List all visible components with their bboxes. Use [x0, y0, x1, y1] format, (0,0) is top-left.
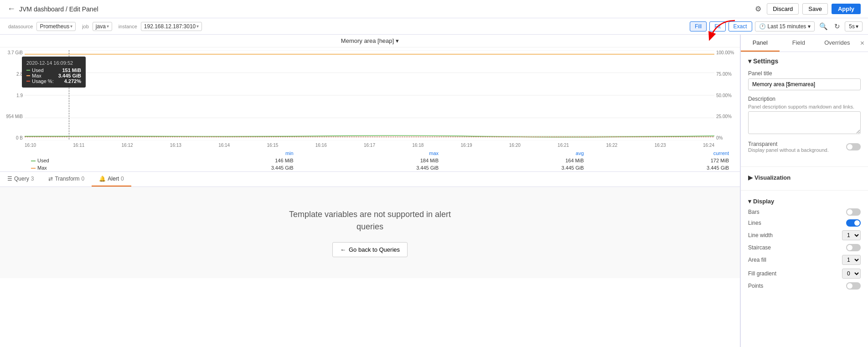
header: ← JVM dashboard / Edit Panel ⚙ Discard S…: [0, 0, 868, 18]
line-width-row: Line width 123: [748, 230, 861, 240]
fill-gradient-label: Fill gradient: [748, 270, 776, 277]
area-fill-row: Area fill 12: [748, 255, 861, 265]
instance-selector[interactable]: 192.168.12.187:3010 ▾: [141, 22, 202, 31]
settings-section: ▾ Settings Panel title Description Panel…: [741, 52, 868, 163]
tab-overrides[interactable]: Overrides: [818, 35, 857, 52]
datasource-filter: datasource Prometheus ▾: [5, 22, 76, 31]
tab-bar: ☰ Query 3 ⇄ Transform 0 🔔 Alert 0: [0, 172, 740, 187]
transparent-toggle-row: Transparent Display panel without a back…: [748, 141, 861, 153]
chevron-down-icon: ▾: [748, 57, 751, 65]
panel-close-button[interactable]: ×: [857, 35, 868, 52]
chart-header: Memory area [heap] ▾: [0, 35, 740, 47]
chart-title[interactable]: Memory area [heap] ▾: [341, 37, 399, 44]
points-toggle[interactable]: [846, 282, 861, 290]
chart-svg: [25, 50, 714, 140]
lines-toggle[interactable]: [846, 219, 861, 227]
staircase-row: Staircase: [748, 244, 861, 251]
java-selector[interactable]: java ▾: [93, 22, 112, 31]
staircase-toggle[interactable]: [846, 244, 861, 251]
tab-transform[interactable]: ⇄ Transform 0: [41, 172, 92, 186]
fill-gradient-select[interactable]: 01: [842, 269, 861, 279]
chevron-down-icon: ▾: [196, 24, 199, 29]
instance-label: instance: [116, 23, 140, 30]
main-layout: Memory area [heap] ▾ 3.7 GiB 2.8 1.9 954…: [0, 35, 868, 347]
x-axis: 16:1016:1116:1216:1316:14 16:1516:1616:1…: [25, 143, 714, 148]
visualization-section: ▶ Visualization: [741, 171, 868, 186]
bars-row: Bars: [748, 208, 861, 216]
arrow-left-icon: ←: [340, 246, 346, 253]
alert-tab-content: Template variables are not supported in …: [0, 187, 740, 278]
zoom-out-button[interactable]: 🔍: [817, 21, 830, 31]
save-button[interactable]: Save: [802, 3, 828, 15]
panel-title-field: Panel title: [748, 70, 861, 90]
chevron-down-icon: ▾: [396, 37, 399, 44]
clock-icon: 🕐: [759, 23, 766, 30]
area-fill-select[interactable]: 12: [842, 255, 861, 265]
header-right: ⚙ Discard Save Apply: [753, 3, 861, 15]
time-range-selector[interactable]: 🕐 Last 15 minutes ▾: [755, 21, 815, 31]
tab-alert[interactable]: 🔔 Alert 0: [92, 172, 131, 186]
visualization-title[interactable]: ▶ Visualization: [748, 174, 861, 181]
chevron-right-icon: ▶: [748, 174, 753, 181]
usage-color-dot: [26, 81, 30, 82]
y-axis-right: 100.00% 75.00% 50.00% 25.00% 0%: [714, 47, 740, 148]
go-back-to-queries-button[interactable]: ← Go back to Queries: [332, 242, 408, 257]
y-axis-left: 3.7 GiB 2.8 1.9 954 MiB 0 B: [0, 47, 25, 148]
panel-tab-bar: Panel Field Overrides ×: [741, 35, 868, 52]
tooltip-used-row: Used 151 MiB: [26, 67, 81, 73]
area-fill-label: Area fill: [748, 257, 766, 263]
prometheus-selector[interactable]: Prometheus ▾: [36, 22, 76, 31]
instance-filter: instance 192.168.12.187:3010 ▾: [116, 22, 202, 31]
job-label: job: [79, 23, 92, 30]
description-field: Description Panel description supports m…: [748, 96, 861, 135]
description-label: Description: [748, 96, 861, 102]
transparent-hint: Display panel without a background.: [748, 147, 829, 153]
line-width-select[interactable]: 123: [842, 230, 861, 240]
points-row: Points: [748, 282, 861, 290]
max-color-dot: [26, 75, 30, 76]
panel-title-input[interactable]: [748, 78, 861, 90]
chart-area: Memory area [heap] ▾ 3.7 GiB 2.8 1.9 954…: [0, 35, 740, 347]
interval-selector[interactable]: 5s ▾: [845, 21, 863, 31]
transparent-toggle[interactable]: [846, 143, 861, 150]
bottom-tabs: ☰ Query 3 ⇄ Transform 0 🔔 Alert 0 Templa…: [0, 171, 740, 278]
legend-max-header: max: [297, 150, 442, 157]
tab-field[interactable]: Field: [780, 35, 818, 52]
settings-title: ▾ Settings: [748, 57, 861, 65]
points-slider: [846, 282, 861, 290]
staircase-slider: [846, 244, 861, 251]
tooltip-max-row: Max 3.445 GiB: [26, 73, 81, 78]
bars-label: Bars: [748, 209, 760, 215]
alert-message: Template variables are not supported in …: [279, 208, 461, 233]
fill-button[interactable]: Fill: [690, 21, 707, 31]
chevron-down-icon: ▾: [808, 23, 811, 30]
tab-panel[interactable]: Panel: [741, 35, 780, 52]
chevron-down-icon: ▾: [107, 24, 109, 29]
tooltip-usage-row: Usage %: 4.272%: [26, 78, 81, 84]
chevron-down-icon: ▾: [856, 23, 858, 30]
query-icon: ☰: [7, 176, 12, 182]
discard-button[interactable]: Discard: [767, 3, 799, 15]
description-textarea[interactable]: [748, 111, 861, 134]
apply-button[interactable]: Apply: [832, 4, 861, 14]
legend-used-row: Used 146 MiB 184 MiB 164 MiB 172 MiB: [27, 157, 733, 164]
display-title[interactable]: ▾ Display: [748, 198, 861, 205]
max-legend-dot: [31, 168, 36, 169]
toggle-slider: [846, 143, 861, 150]
chevron-down-icon: ▾: [70, 24, 72, 29]
panel-title-label: Panel title: [748, 70, 861, 77]
back-button[interactable]: ←: [7, 4, 16, 14]
chart-legend: min max avg current Used 146 MiB 184 MiB…: [0, 148, 740, 171]
refresh-button[interactable]: ↻: [832, 21, 842, 31]
description-hint: Panel description supports markdown and …: [748, 104, 861, 109]
bars-toggle[interactable]: [846, 208, 861, 216]
gear-button[interactable]: ⚙: [753, 3, 763, 15]
legend-min-header: min: [152, 150, 297, 157]
transform-icon: ⇄: [48, 176, 53, 182]
fit-button[interactable]: Fit: [709, 21, 725, 31]
tab-query[interactable]: ☰ Query 3: [0, 172, 41, 186]
datasource-label: datasource: [5, 23, 36, 30]
toolbar: datasource Prometheus ▾ job java ▾ insta…: [0, 18, 868, 35]
exact-button[interactable]: Exact: [728, 21, 752, 31]
alert-icon: 🔔: [99, 176, 106, 182]
